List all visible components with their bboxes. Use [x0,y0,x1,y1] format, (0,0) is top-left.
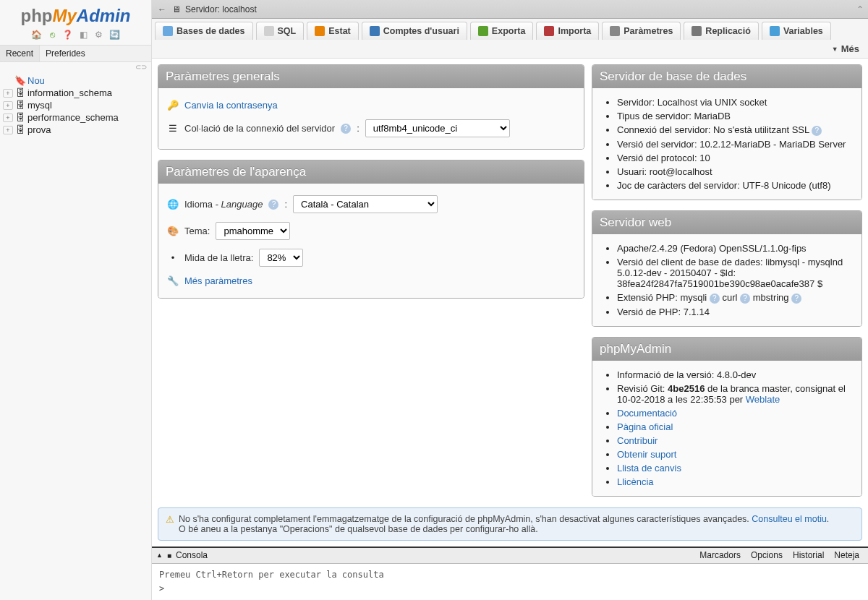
tab-users[interactable]: Comptes d'usuari [362,22,467,40]
info-item: Revisió Git: 4be2516 de la branca master… [617,382,853,406]
chevron-down-icon: ▼ [832,46,838,53]
notice-text: O bé aneu a la pestanya "Operacions" de … [179,524,538,534]
tab-import[interactable]: Importa [536,22,599,40]
tree-db-item[interactable]: +🗄information_schema [3,87,148,99]
console-clear[interactable]: Neteja [830,550,864,560]
pma-link-changelog[interactable]: Llista de canvis [617,463,681,473]
info-item: Extensió PHP: mysqli ? curl ? mbstring ? [617,291,853,305]
tab-export[interactable]: Exporta [470,22,534,40]
new-db-icon: 🔖 [14,75,26,86]
collation-label: Col·lació de la connexió del servidor [184,123,335,134]
help-icon[interactable]: ? [791,293,801,304]
wrench-icon: 🔧 [167,275,179,286]
logout-icon[interactable]: ⎋ [46,29,58,40]
console-label[interactable]: Consola [176,550,208,560]
server-label[interactable]: Servidor: localhost [185,4,257,14]
console-history[interactable]: Historial [788,550,828,560]
tab-databases[interactable]: Bases de dades [155,22,253,40]
back-button[interactable]: ← [152,4,172,14]
git-author-link[interactable]: Weblate [746,394,780,405]
collation-icon: ☰ [167,123,179,134]
password-icon: 🔑 [167,100,179,111]
tab-settings[interactable]: Paràmetres [602,22,681,40]
reload-icon[interactable]: 🔄 [109,29,121,40]
info-item: Usuari: root@localhost [617,165,853,179]
console-prompt: > [159,582,861,596]
info-item: Joc de caràcters del servidor: UTF-8 Uni… [617,179,853,192]
tab-recent[interactable]: Recent [0,46,40,61]
home-icon[interactable]: 🏠 [30,29,42,40]
tab-replication[interactable]: Replicació [684,22,759,40]
help-icon[interactable]: ? [341,124,351,134]
navigation-panel: phpMyAdmin 🏠 ⎋ ❓ ◧ ⚙ 🔄 Recent Preferides… [0,0,152,600]
info-item: Versió del client de base de dades: libm… [617,255,853,291]
change-password-link[interactable]: Canvia la contrasenya [184,100,278,111]
info-item: Servidor: Localhost via UNIX socket [617,95,853,109]
pma-link-support[interactable]: Obtenir suport [617,449,676,460]
tab-variables[interactable]: Variables [762,22,831,40]
sql-icon[interactable]: ◧ [77,29,89,40]
console-bookmarks[interactable]: Marcadors [695,550,745,560]
expand-icon[interactable]: + [3,113,13,122]
tab-more[interactable]: ▼Més [826,40,865,58]
collapse-nav-icon[interactable]: ⊂⊃ [135,63,147,71]
sql-console: ▲ ■ Consola Marcadors Opcions Historial … [152,547,868,600]
settings-icon [610,26,620,36]
pma-link-contribute[interactable]: Contribuir [617,435,658,446]
panel-web-server: Servidor web Apache/2.4.29 (Fedora) Open… [592,210,862,327]
tree-new[interactable]: 🔖Nou [3,74,148,87]
fontsize-select[interactable]: 82% [259,249,303,267]
help-icon[interactable]: ? [740,293,750,304]
panel-general-settings: Paràmetres generals 🔑 Canvia la contrase… [158,64,584,150]
pma-link-official[interactable]: Pàgina oficial [617,421,673,432]
info-item: Apache/2.4.29 (Fedora) OpenSSL/1.1.0g-fi… [617,241,853,255]
variables-icon [770,26,780,36]
server-icon: 🖥 [172,4,182,14]
db-icon: 🗄 [14,112,26,123]
collapse-top-icon[interactable]: ⌃ [856,4,864,14]
bullet-icon: • [167,252,179,263]
tree-db-item[interactable]: +🗄performance_schema [3,111,148,124]
info-item: Versió del protocol: 10 [617,151,853,165]
help-icon[interactable]: ? [812,126,822,136]
language-label: Idioma - Language [184,199,263,210]
console-body[interactable]: Premeu Ctrl+Retorn per executar la consu… [152,564,868,600]
theme-select[interactable]: pmahomme [216,222,290,240]
docs-icon[interactable]: ❓ [62,29,74,40]
console-toggle-icon[interactable]: ▲ [156,552,163,559]
info-item: Connexió del servidor: No s'està utilitz… [617,123,853,137]
panel-phpmyadmin: phpMyAdmin Informació de la versió: 4.8.… [592,337,862,497]
pma-link-license[interactable]: Llicència [617,476,654,487]
panel-title: Servidor web [592,211,861,234]
info-item: Versió del servidor: 10.2.12-MariaDB - M… [617,137,853,151]
config-warning-notice: ⚠ No s'ha configurat completament l'emma… [158,507,862,541]
pma-info-list: Informació de la versió: 4.8.0-dev Revis… [601,368,853,489]
theme-label: Tema: [184,226,210,236]
db-server-info-list: Servidor: Localhost via UNIX socket Tipu… [601,95,853,192]
tab-sql[interactable]: SQL [256,22,305,40]
db-icon: 🗄 [14,100,26,111]
language-select[interactable]: Català - Catalan [293,195,438,213]
settings-icon[interactable]: ⚙ [93,29,105,40]
tree-db-item[interactable]: +🗄prova [3,124,148,136]
notice-reason-link[interactable]: Consulteu el motiu [752,514,827,524]
tab-favorites[interactable]: Preferides [40,46,91,61]
expand-icon[interactable]: + [3,126,13,134]
notice-text: No s'ha configurat completament l'emmaga… [179,514,752,524]
help-icon[interactable]: ? [710,293,720,304]
tab-status[interactable]: Estat [307,22,359,40]
pma-link-documentation[interactable]: Documentació [617,408,677,419]
console-icon: ■ [167,552,171,560]
panel-title: phpMyAdmin [592,338,861,361]
tree-db-item[interactable]: +🗄mysql [3,99,148,111]
help-icon[interactable]: ? [268,200,278,210]
expand-icon[interactable]: + [3,89,13,98]
expand-icon[interactable]: + [3,101,13,110]
console-hint: Premeu Ctrl+Retorn per executar la consu… [159,568,861,582]
console-options[interactable]: Opcions [746,550,787,560]
app-logo[interactable]: phpMyAdmin [0,0,151,27]
import-icon [544,26,554,36]
collation-select[interactable]: utf8mb4_unicode_ci [365,119,510,137]
more-settings-link[interactable]: Més paràmetres [184,275,252,286]
panel-db-server: Servidor de base de dades Servidor: Loca… [592,64,862,200]
